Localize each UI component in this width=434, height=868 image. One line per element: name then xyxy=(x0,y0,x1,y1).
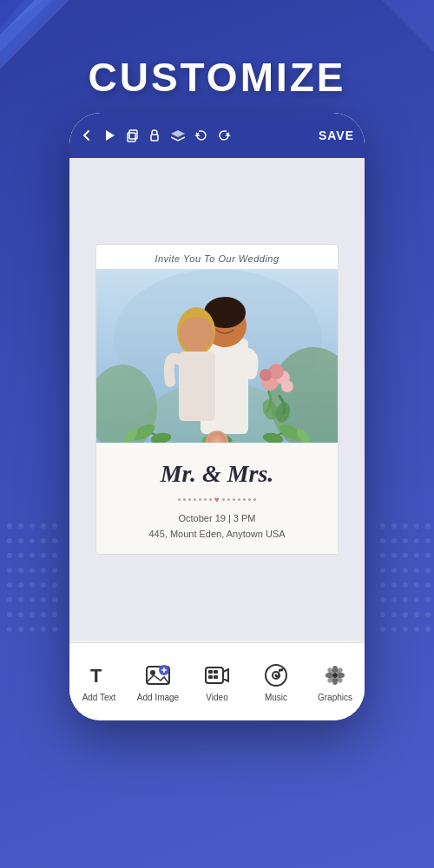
decorative-dots-left xyxy=(4,521,56,781)
wedding-card[interactable]: Invite You To Our Wedding xyxy=(95,244,339,555)
svg-rect-46 xyxy=(214,675,218,679)
svg-point-24 xyxy=(260,369,272,381)
svg-rect-45 xyxy=(208,675,213,679)
card-date-line2: 445, Mount Eden, Anytown USA xyxy=(110,527,324,542)
add-image-icon xyxy=(144,661,172,689)
nav-add-image-label: Add Image xyxy=(137,693,179,702)
heart-icon: ♥ xyxy=(214,495,220,504)
canvas-area: Invite You To Our Wedding xyxy=(69,158,365,641)
graphics-icon xyxy=(321,661,349,689)
play-icon[interactable] xyxy=(102,128,116,142)
layers-icon[interactable] xyxy=(170,128,186,142)
card-photo[interactable] xyxy=(96,269,338,443)
svg-rect-9 xyxy=(151,135,158,141)
add-text-icon: T xyxy=(85,661,113,689)
svg-point-51 xyxy=(276,675,279,677)
copy-icon[interactable] xyxy=(125,128,139,142)
card-divider: ♥ xyxy=(110,495,324,504)
bottom-navigation: T Add Text Add Image xyxy=(69,642,365,720)
back-button[interactable] xyxy=(80,128,94,142)
music-icon xyxy=(262,661,290,689)
card-top-text: Invite You To Our Wedding xyxy=(96,245,338,269)
save-button[interactable]: SAVE xyxy=(319,128,354,142)
svg-point-38 xyxy=(150,670,155,675)
card-date-line1: October 19 | 3 PM xyxy=(110,511,324,527)
nav-add-text[interactable]: T Add Text xyxy=(69,661,128,702)
card-names: Mr. & Mrs. xyxy=(110,460,324,488)
svg-marker-6 xyxy=(106,130,115,141)
nav-add-image[interactable]: Add Image xyxy=(128,661,187,702)
svg-point-25 xyxy=(281,380,293,392)
nav-music[interactable]: Music xyxy=(247,661,306,702)
nav-music-label: Music xyxy=(265,693,287,702)
nav-video[interactable]: Video xyxy=(187,661,247,702)
nav-graphics-label: Graphics xyxy=(318,693,352,702)
svg-point-19 xyxy=(179,317,214,352)
nav-add-text-label: Add Text xyxy=(82,693,116,702)
svg-text:T: T xyxy=(90,665,102,687)
redo-icon[interactable] xyxy=(217,128,231,142)
corner-decoration-right xyxy=(382,0,434,52)
nav-video-label: Video xyxy=(206,693,227,702)
svg-rect-44 xyxy=(214,670,218,674)
nav-graphics[interactable]: Graphics xyxy=(306,661,365,702)
undo-icon[interactable] xyxy=(194,128,208,142)
card-bottom: Mr. & Mrs. ♥ xyxy=(96,443,338,554)
phone-mockup: SAVE Invite You To Our Wedding xyxy=(69,113,365,720)
svg-point-52 xyxy=(332,673,338,678)
lock-icon[interactable] xyxy=(148,128,161,142)
svg-rect-43 xyxy=(208,670,213,674)
editor-toolbar: SAVE xyxy=(69,113,365,158)
svg-marker-5 xyxy=(382,0,434,52)
page-title: CUSTOMIZE xyxy=(0,54,434,101)
decorative-dots-right xyxy=(378,521,430,781)
video-icon xyxy=(203,661,231,689)
